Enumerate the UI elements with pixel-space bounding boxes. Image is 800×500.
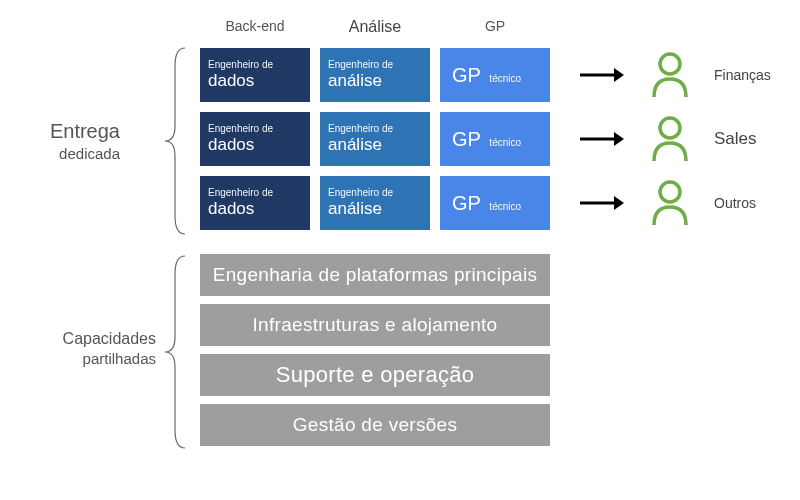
arrow-icon — [580, 194, 624, 212]
section-label-dedicated-line2: dedicada — [10, 145, 120, 162]
team-box-subtitle: Engenheiro de — [328, 59, 422, 70]
team-box-subtitle: Engenheiro de — [328, 187, 422, 198]
column-headers: Back-end Análise GP — [200, 18, 550, 36]
team-box-title: análise — [328, 135, 422, 155]
shared-bar: Engenharia de plataformas principais — [200, 254, 550, 296]
section-label-dedicated-line1: Entrega — [10, 120, 120, 143]
svg-point-8 — [660, 182, 680, 202]
person-icon — [650, 179, 690, 227]
brace-shared-icon — [160, 254, 190, 450]
team-box-subtitle: Engenheiro de — [208, 123, 302, 134]
team-box-subtitle: Engenheiro de — [328, 123, 422, 134]
stakeholder-label: Finanças — [714, 67, 771, 83]
team-box-analysis: Engenheiro de análise — [320, 112, 430, 166]
team-box-subtitle: Engenheiro de — [208, 59, 302, 70]
team-box-backend: Engenheiro de dados — [200, 176, 310, 230]
arrow-icon — [580, 130, 624, 148]
stakeholder-label: Outros — [714, 195, 756, 211]
team-box-analysis: Engenheiro de análise — [320, 48, 430, 102]
team-box-subtitle: Engenheiro de — [208, 187, 302, 198]
team-box-pm: GP técnico — [440, 176, 550, 230]
person-icon — [650, 115, 690, 163]
team-box-title: GP — [452, 192, 481, 215]
team-box-analysis: Engenheiro de análise — [320, 176, 430, 230]
team-box-subtitle: técnico — [489, 137, 521, 148]
shared-bar: Infraestruturas e alojamento — [200, 304, 550, 346]
team-box-title: GP — [452, 128, 481, 151]
team-box-title: GP — [452, 64, 481, 87]
svg-marker-1 — [614, 68, 624, 82]
team-box-pm: GP técnico — [440, 48, 550, 102]
section-label-dedicated: Entrega dedicada — [10, 120, 120, 162]
column-header-pm: GP — [440, 18, 550, 36]
team-box-subtitle: técnico — [489, 201, 521, 212]
team-box-title: análise — [328, 199, 422, 219]
team-box-backend: Engenheiro de dados — [200, 112, 310, 166]
svg-marker-4 — [614, 132, 624, 146]
brace-dedicated-icon — [160, 46, 190, 236]
person-icon — [650, 51, 690, 99]
svg-point-2 — [660, 54, 680, 74]
team-box-subtitle: técnico — [489, 73, 521, 84]
team-box-title: dados — [208, 135, 302, 155]
team-row: Engenheiro de dados Engenheiro de anális… — [200, 112, 771, 166]
shared-bar: Gestão de versões — [200, 404, 550, 446]
column-header-backend: Back-end — [200, 18, 310, 36]
arrow-icon — [580, 66, 624, 84]
team-box-title: análise — [328, 71, 422, 91]
team-box-title: dados — [208, 71, 302, 91]
team-box-title: dados — [208, 199, 302, 219]
shared-bar: Suporte e operação — [200, 354, 550, 396]
team-box-pm: GP técnico — [440, 112, 550, 166]
stakeholder-label: Sales — [714, 129, 757, 149]
team-grid: Engenheiro de dados Engenheiro de anális… — [200, 48, 771, 230]
svg-marker-7 — [614, 196, 624, 210]
team-row: Engenheiro de dados Engenheiro de anális… — [200, 176, 771, 230]
shared-capabilities: Engenharia de plataformas principais Inf… — [200, 254, 550, 446]
column-header-analysis: Análise — [320, 18, 430, 36]
team-box-backend: Engenheiro de dados — [200, 48, 310, 102]
section-label-shared-line1: Capacidades — [10, 330, 156, 348]
section-label-shared: Capacidades partilhadas — [10, 330, 156, 367]
section-label-shared-line2: partilhadas — [10, 350, 156, 367]
svg-point-5 — [660, 118, 680, 138]
team-row: Engenheiro de dados Engenheiro de anális… — [200, 48, 771, 102]
